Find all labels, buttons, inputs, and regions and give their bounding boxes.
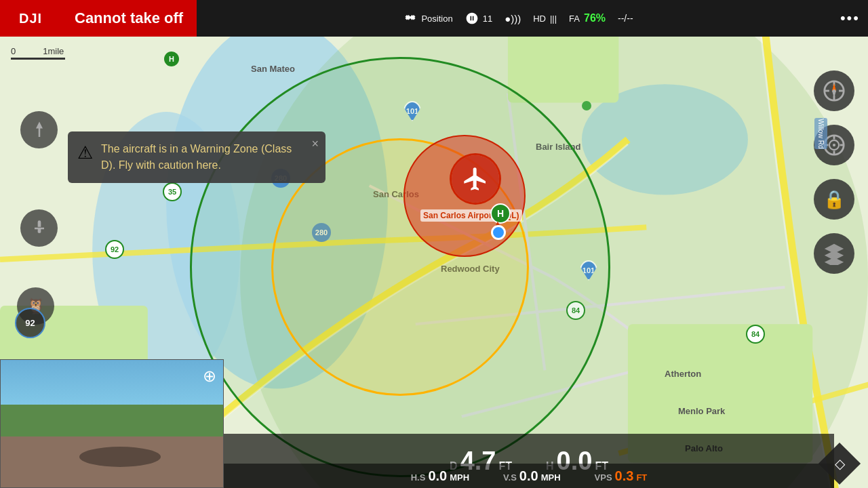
hw-92-left-badge: 92	[15, 308, 45, 338]
camera-crosshair: ⊕	[203, 367, 216, 386]
hd-label: HD	[533, 14, 546, 24]
hw-84-badge-2: 84	[746, 325, 765, 344]
map-area[interactable]: 0 1mile San Mateo San Carlos Redwood Cit…	[0, 37, 868, 488]
svg-rect-5	[508, 37, 618, 102]
layers-icon	[823, 242, 846, 265]
dji-logo: DJI	[0, 0, 61, 37]
drone-shadow	[79, 447, 161, 467]
hw-35-badge: 35	[163, 182, 182, 201]
airport-marker	[452, 155, 499, 203]
satellite-icon	[465, 12, 479, 25]
willow-rd-label: Willow Rd	[814, 118, 827, 149]
compass-button[interactable]	[814, 70, 854, 111]
signal-bars: ●)))	[505, 13, 521, 24]
warning-icon: ⚠	[77, 142, 93, 163]
svg-point-18	[833, 144, 835, 146]
scale-line	[11, 58, 65, 60]
airport-icon	[462, 165, 489, 192]
camera-thumbnail: ⊕	[0, 359, 224, 488]
satellite-group: 11	[465, 12, 492, 25]
hw-92-badge: 92	[105, 240, 124, 259]
warning-popup: ⚠ The aircraft is in a Warning Zone (Cla…	[68, 131, 326, 183]
joystick-icon	[30, 219, 49, 238]
scale-bar: 0 1mile	[11, 46, 65, 60]
topbar-center: Position 11 ●))) HD ||| FA 76% --/--	[197, 12, 840, 25]
time-display: --/--	[618, 13, 633, 24]
battery-pct: 76%	[584, 12, 606, 24]
drone-marker	[491, 225, 506, 240]
compass-icon	[823, 79, 846, 102]
san-mateo-label: San Mateo	[251, 64, 295, 74]
warning-close-button[interactable]: ×	[311, 137, 319, 151]
warning-text: The aircraft is in a Warning Zone (Class…	[101, 141, 301, 174]
takeoff-icon	[29, 120, 50, 140]
scale-mile: 1mile	[43, 46, 64, 56]
flight-mode-group: Position	[403, 12, 452, 25]
diamond-icon: ◇	[835, 455, 845, 472]
lock-button[interactable]: 🔒	[814, 179, 854, 220]
battery-label: FA	[569, 14, 580, 24]
takeoff-button[interactable]	[20, 111, 58, 148]
vs-item: V.S 0.0 MPH	[503, 468, 560, 484]
signal-group: ●)))	[505, 13, 521, 24]
atherton-label: Atherton	[665, 369, 701, 379]
joystick-button[interactable]	[20, 209, 58, 247]
more-options[interactable]: •••	[840, 9, 860, 27]
flight-mode-label: Position	[421, 14, 452, 24]
scale-zero: 0	[11, 46, 16, 56]
hd-bars: |||	[550, 14, 557, 24]
hs-item: H.S 0.0 MPH	[411, 468, 469, 484]
top-bar: DJI Cannot take off Position 11 ●))) HD …	[0, 0, 868, 37]
hd-group: HD |||	[533, 14, 557, 24]
vps-item: VPS 0.3 FT	[595, 468, 648, 484]
home-marker-top: H	[164, 52, 179, 66]
layers-button[interactable]	[814, 233, 854, 274]
alert-title: Cannot take off	[61, 0, 197, 37]
satellite-count: 11	[483, 14, 492, 24]
menlo-park-label: Menlo Park	[678, 406, 725, 416]
green-dot-marker	[582, 101, 591, 110]
telemetry-strip-bottom: H.S 0.0 MPH V.S 0.0 MPH VPS 0.3 FT	[224, 464, 834, 488]
battery-group: FA 76%	[569, 12, 606, 24]
drone-icon	[403, 12, 417, 25]
